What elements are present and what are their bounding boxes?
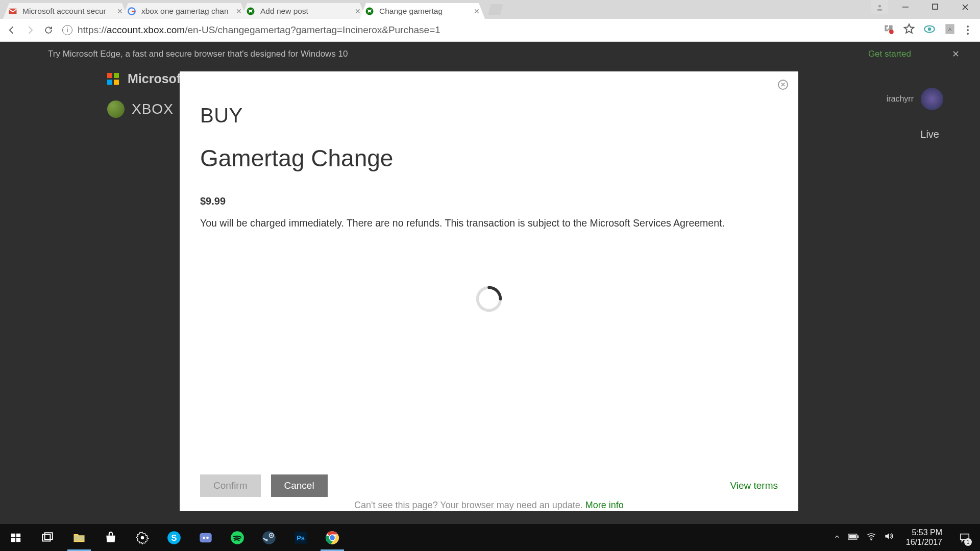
close-icon[interactable]: ✕ [474, 7, 480, 15]
svg-point-38 [871, 539, 872, 540]
svg-point-6 [889, 30, 894, 34]
extension-icon[interactable] [882, 22, 895, 38]
svg-rect-14 [11, 538, 15, 541]
tab-label: Microsoft account secur [22, 7, 114, 16]
new-tab-button[interactable] [488, 4, 503, 15]
edge-promo-text: Try Microsoft Edge, a fast and secure br… [48, 49, 348, 59]
close-icon[interactable]: ✕ [355, 7, 361, 15]
taskbar-clock[interactable]: 5:53 PM 16/1/2017 [906, 528, 942, 547]
svg-point-34 [330, 535, 335, 540]
system-tray: 5:53 PM 16/1/2017 1 [834, 524, 980, 551]
svg-rect-4 [902, 7, 909, 8]
volume-icon[interactable] [884, 531, 894, 544]
svg-point-3 [878, 5, 881, 7]
xbox-wordmark: XBOX [132, 101, 174, 117]
tab-gmail[interactable]: Microsoft account secur ✕ [3, 3, 128, 19]
modal-subline: Can't see this page? Your browser may ne… [180, 500, 798, 511]
address-bar[interactable]: i https://account.xbox.com/en-US/changeg… [59, 24, 879, 36]
modal-footer: Confirm Cancel View terms [200, 474, 778, 497]
tray-chevron-icon[interactable] [834, 533, 841, 543]
clock-time: 5:53 PM [906, 528, 942, 537]
store-button[interactable] [95, 524, 127, 551]
svg-rect-12 [11, 533, 15, 537]
window-controls [871, 0, 980, 14]
svg-point-8 [928, 27, 932, 31]
windows-taskbar: S Ps 5:53 PM 16/1/2017 1 [0, 524, 980, 551]
start-button[interactable] [0, 524, 32, 551]
svg-rect-15 [16, 538, 20, 541]
wifi-icon[interactable] [866, 531, 876, 544]
svg-rect-36 [857, 535, 859, 538]
maximize-button[interactable] [921, 0, 950, 14]
file-explorer-button[interactable] [63, 524, 95, 551]
view-terms-link[interactable]: View terms [730, 480, 778, 491]
cancel-button[interactable]: Cancel [271, 474, 328, 497]
svg-text:A: A [948, 27, 952, 32]
svg-rect-16 [42, 534, 50, 541]
svg-rect-37 [849, 535, 856, 538]
clock-date: 16/1/2017 [906, 538, 942, 547]
close-window-button[interactable] [950, 0, 980, 14]
confirm-button[interactable]: Confirm [200, 474, 261, 497]
tab-label: Add new post [260, 7, 352, 16]
modal-price: $9.99 [200, 195, 778, 207]
chrome-button[interactable] [316, 524, 348, 551]
site-info-icon[interactable]: i [62, 25, 72, 35]
task-view-button[interactable] [32, 524, 63, 551]
more-info-link[interactable]: More info [585, 500, 624, 510]
svg-point-23 [206, 536, 209, 539]
edge-get-started-link[interactable]: Get started [868, 49, 911, 59]
browser-tabstrip: Microsoft account secur ✕ xbox one gamer… [0, 0, 980, 19]
chrome-menu-button[interactable] [964, 26, 972, 35]
purchase-modal: ✕ BUY Gamertag Change $9.99 You will be … [180, 71, 798, 511]
minimize-button[interactable] [891, 0, 921, 14]
url-text: https://account.xbox.com/en-US/changegam… [78, 24, 440, 36]
user-chip[interactable]: irachyrr [887, 88, 943, 110]
username-label: irachyrr [887, 94, 914, 104]
close-icon[interactable]: ✕ [117, 7, 123, 15]
chrome-profile-button[interactable] [871, 0, 888, 14]
svg-rect-13 [16, 533, 20, 537]
gmail-icon [8, 7, 17, 16]
action-center-button[interactable]: 1 [952, 524, 977, 551]
modal-heading: BUY [200, 104, 778, 127]
tab-addpost[interactable]: Add new post ✕ [241, 3, 366, 19]
modal-close-button[interactable]: ✕ [778, 80, 788, 90]
page-backdrop: Try Microsoft Edge, a fast and secure br… [0, 42, 980, 531]
pdf-extension-icon[interactable]: A [943, 22, 957, 38]
browser-toolbar: i https://account.xbox.com/en-US/changeg… [0, 19, 980, 42]
toolbar-right-icons: A [882, 22, 976, 38]
xbox-icon [246, 7, 255, 16]
avatar [921, 88, 943, 110]
skype-button[interactable]: S [158, 524, 190, 551]
reload-button[interactable] [41, 25, 56, 35]
svg-rect-17 [45, 533, 53, 539]
discord-button[interactable] [190, 524, 222, 551]
dismiss-banner-icon[interactable]: ✕ [952, 48, 960, 60]
svg-text:Ps: Ps [297, 534, 305, 541]
steam-button[interactable] [253, 524, 285, 551]
back-button[interactable] [4, 25, 19, 35]
svg-point-18 [141, 536, 144, 539]
xbox-logo-icon [107, 101, 125, 118]
spotify-button[interactable] [222, 524, 253, 551]
settings-button[interactable] [127, 524, 158, 551]
battery-icon[interactable] [848, 533, 859, 543]
xbox-icon [365, 7, 374, 16]
svg-point-22 [203, 536, 205, 539]
tab-label: xbox one gamertag chan [141, 7, 233, 16]
tab-google[interactable]: xbox one gamertag chan ✕ [122, 3, 247, 19]
close-icon[interactable]: ✕ [236, 7, 242, 15]
microsoft-logo-icon [107, 73, 119, 85]
nav-live-label[interactable]: Live [920, 129, 939, 140]
edge-promo-banner: Try Microsoft Edge, a fast and secure br… [0, 42, 980, 66]
notification-badge: 1 [964, 538, 972, 546]
tab-change-gamertag[interactable]: Change gamertag ✕ [360, 3, 485, 19]
google-icon [127, 7, 136, 16]
forward-button[interactable] [22, 25, 38, 35]
bookmark-star-icon[interactable] [902, 22, 916, 38]
photoshop-button[interactable]: Ps [285, 524, 316, 551]
loading-spinner-icon [475, 285, 503, 313]
microsoft-wordmark: Microsoft [128, 71, 185, 86]
eye-extension-icon[interactable] [923, 22, 936, 38]
